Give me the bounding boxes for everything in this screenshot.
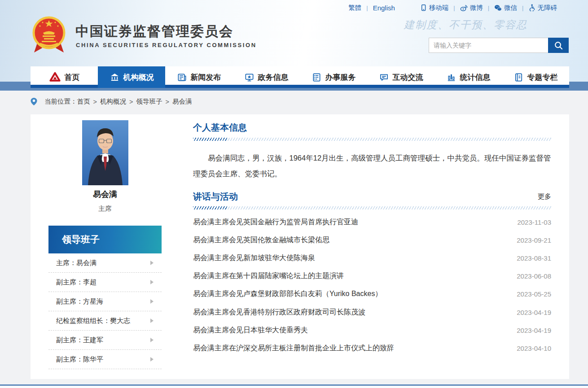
- institution-icon: [110, 72, 120, 83]
- activities-section-title: 讲话与活动: [193, 191, 238, 203]
- nav-label: 新闻发布: [191, 72, 221, 83]
- wechat-icon: [494, 4, 502, 11]
- arrow-right-icon: [150, 318, 154, 323]
- nav-label: 机构概况: [123, 72, 154, 83]
- lang-traditional-label: 繁體: [348, 4, 361, 12]
- nav-item-news[interactable]: 新闻发布: [165, 66, 233, 88]
- article-row[interactable]: 易会满主席会见新加坡驻华大使陈海泉 2023-08-31: [193, 249, 551, 267]
- article-title: 易会满主席会见英国伦敦金融城市长梁佑思: [193, 235, 329, 245]
- section-divider-hatch: [193, 206, 551, 209]
- article-date: 2023-06-08: [517, 272, 551, 280]
- site-subtitle: CHINA SECURITIES REGULATORY COMMISSION: [76, 42, 257, 48]
- nav-item-gov-info[interactable]: 政务信息: [233, 66, 300, 88]
- article-row[interactable]: 易会满主席会见卢森堡财政部部长白友莉（Yuriko Backes） 2023-0…: [193, 285, 551, 303]
- article-title: 易会满主席在沪深交易所主板注册制首批企业上市仪式上的致辞: [193, 344, 394, 353]
- lang-english-label: English: [373, 4, 395, 12]
- menu-item-label: 纪检监察组组长：樊大志: [56, 317, 130, 325]
- arrow-right-icon: [150, 261, 154, 265]
- activities-list: 易会满主席会见英国金融行为监管局首席执行官亚迪 2023-11-03 易会满主席…: [193, 213, 551, 357]
- weibo-label: 微博: [470, 4, 483, 12]
- notebook-icon: [513, 72, 524, 83]
- article-date: 2023-04-19: [517, 327, 551, 334]
- menu-item-vice-chairman-4[interactable]: 副主席：陈华平: [48, 350, 162, 369]
- basic-info-section-title: 个人基本信息: [193, 122, 247, 134]
- location-pin-icon: [31, 97, 37, 106]
- leadership-menu-header: 领导班子: [48, 226, 162, 253]
- breadcrumb-separator: >: [90, 98, 100, 105]
- article-title: 易会满主席在第十四届陆家嘴论坛上的主题演讲: [193, 271, 344, 281]
- nav-item-special-columns[interactable]: 专题专栏: [502, 66, 569, 88]
- accessibility-link[interactable]: 无障碍: [524, 4, 562, 12]
- article-row[interactable]: 易会满主席在第十四届陆家嘴论坛上的主题演讲 2023-06-08: [193, 267, 551, 285]
- menu-item-vice-chairman-2[interactable]: 副主席：方星海: [48, 292, 162, 311]
- nav-label: 统计信息: [460, 72, 491, 83]
- service-list-icon: [312, 72, 322, 83]
- breadcrumb-current[interactable]: 易会满: [172, 97, 192, 106]
- mobile-label: 移动端: [429, 4, 449, 12]
- biography-text: 易会满同志，男，汉族，1964年12月出生，高级管理人员工商管理硕士，中共党员。…: [193, 150, 551, 182]
- breadcrumb-leadership[interactable]: 领导班子: [136, 97, 162, 106]
- monitor-icon: [244, 72, 255, 83]
- wechat-label: 微信: [504, 4, 517, 12]
- menu-item-label: 副主席：方星海: [56, 297, 103, 306]
- accessibility-wheelchair-icon: [529, 4, 535, 11]
- article-date: 2023-09-21: [517, 236, 551, 244]
- breadcrumb-home[interactable]: 首页: [77, 97, 90, 106]
- wechat-link[interactable]: 微信: [489, 4, 522, 12]
- breadcrumb: 当前位置： 首页 > 机构概况 > 领导班子 > 易会满: [31, 97, 192, 106]
- article-title: 易会满主席会见卢森堡财政部部长白友莉（Yuriko Backes）: [193, 289, 382, 299]
- article-date: 2023-04-10: [517, 344, 551, 352]
- arrow-right-icon: [150, 299, 154, 304]
- nav-label: 互动交流: [393, 72, 423, 83]
- nav-item-services[interactable]: 办事服务: [300, 66, 367, 88]
- article-row[interactable]: 易会满主席会见英国金融行为监管局首席执行官亚迪 2023-11-03: [193, 213, 551, 231]
- chat-bubble-icon: [379, 72, 389, 83]
- article-row[interactable]: 易会满主席在沪深交易所主板注册制首批企业上市仪式上的致辞 2023-04-10: [193, 339, 551, 357]
- nav-label: 专题专栏: [527, 72, 558, 83]
- mobile-phone-icon: [420, 4, 427, 11]
- menu-item-vice-chairman-1[interactable]: 副主席：李超: [48, 273, 162, 292]
- article-date: 2023-04-19: [517, 309, 551, 316]
- nav-item-statistics[interactable]: 统计信息: [434, 66, 502, 88]
- weibo-link[interactable]: 微博: [455, 4, 488, 12]
- breadcrumb-about[interactable]: 机构概况: [100, 97, 126, 106]
- menu-item-chairman[interactable]: 主席：易会满: [48, 253, 162, 273]
- menu-item-label: 主席：易会满: [56, 259, 97, 267]
- more-link[interactable]: 更多: [538, 192, 551, 201]
- breadcrumb-separator: >: [162, 98, 172, 105]
- article-title: 易会满主席会见英国金融行为监管局首席执行官亚迪: [193, 218, 358, 227]
- search-icon: [554, 41, 563, 50]
- csrc-logo-icon: [49, 71, 61, 83]
- article-row[interactable]: 易会满主席会见香港特别行政区政府财政司司长陈茂波 2023-04-19: [193, 303, 551, 321]
- breadcrumb-label: 当前位置：: [44, 97, 77, 106]
- nav-label: 办事服务: [325, 72, 356, 83]
- footer-area: [0, 386, 588, 388]
- nav-item-home[interactable]: 首页: [31, 66, 98, 88]
- mobile-link[interactable]: 移动端: [415, 4, 454, 12]
- breadcrumb-separator: >: [126, 98, 136, 105]
- article-row[interactable]: 易会满主席会见英国伦敦金融城市长梁佑思 2023-09-21: [193, 231, 551, 249]
- section-divider-hatch: [193, 138, 551, 141]
- menu-item-discipline-chief[interactable]: 纪检监察组组长：樊大志: [48, 311, 162, 331]
- nav-item-about[interactable]: 机构概况: [98, 66, 165, 88]
- search-button[interactable]: [548, 38, 569, 53]
- article-date: 2023-05-25: [517, 290, 551, 298]
- topbar: 繁體 | English 移动端 | 微博 | 微信 | 无障碍: [343, 3, 562, 13]
- nav-label: 政务信息: [258, 72, 289, 83]
- search-input[interactable]: [429, 38, 548, 53]
- content-card: 易会满 主席 领导班子 主席：易会满 副主席：李超 副主席：方星海 纪检监察组组…: [31, 114, 569, 379]
- arrow-right-icon: [150, 280, 154, 284]
- search-box: [429, 38, 569, 53]
- article-title: 易会满主席会见日本驻华大使垂秀夫: [193, 326, 308, 335]
- menu-item-vice-chairman-3[interactable]: 副主席：王建军: [48, 331, 162, 350]
- lang-traditional-link[interactable]: 繁體: [343, 4, 366, 12]
- nav-item-interaction[interactable]: 互动交流: [367, 66, 434, 88]
- person-title: 主席: [48, 205, 162, 213]
- main-navigation: 首页 机构概况 新闻发布 政务信息 办事服务 互动交流 统计信息 专题专栏: [31, 66, 569, 88]
- lang-english-link[interactable]: English: [368, 4, 400, 12]
- bar-chart-icon: [446, 72, 456, 83]
- slogan-text: 建制度、不干预、零容忍: [404, 18, 527, 32]
- site-title: 中国证券监督管理委员会: [75, 22, 233, 41]
- article-row[interactable]: 易会满主席会见日本驻华大使垂秀夫 2023-04-19: [193, 321, 551, 339]
- article-title: 易会满主席会见新加坡驻华大使陈海泉: [193, 253, 315, 263]
